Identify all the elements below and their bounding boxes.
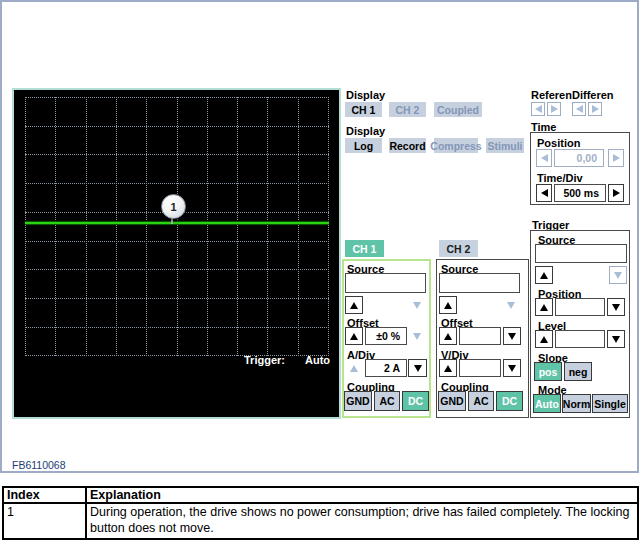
- reference-prev-button[interactable]: [531, 102, 545, 116]
- display-mode-group-label: Display: [346, 125, 385, 137]
- trigger-status-value: Auto: [305, 354, 330, 366]
- time-position-decrease-button[interactable]: [536, 149, 552, 167]
- ch1-coupling-gnd-button[interactable]: GND: [344, 391, 372, 411]
- ch2-source-up-button[interactable]: [439, 296, 457, 314]
- trigger-level-field[interactable]: [555, 330, 605, 348]
- ch2-scale-field[interactable]: [459, 359, 501, 377]
- trigger-position-up-button[interactable]: [535, 298, 553, 316]
- trigger-slope-pos-button[interactable]: pos: [534, 362, 562, 381]
- explanation-cell: During operation, the drive shows no pow…: [87, 504, 637, 538]
- trigger-source-input[interactable]: [535, 244, 627, 263]
- scope-grid: [25, 97, 329, 356]
- down-arrow-icon: [414, 365, 422, 372]
- trigger-position-field[interactable]: [555, 298, 605, 316]
- ch1-coupling-dc-button[interactable]: DC: [402, 391, 429, 411]
- ch2-coupling-dc-button[interactable]: DC: [496, 391, 523, 411]
- scope-display: 1 Trigger: Auto: [12, 88, 341, 419]
- ch1-scale-field[interactable]: 2 A: [365, 359, 407, 377]
- ch1-coupling-ac-button[interactable]: AC: [374, 391, 400, 411]
- ch1-offset-field[interactable]: ±0 %: [365, 327, 407, 345]
- time-div-field[interactable]: 500 ms: [554, 184, 606, 202]
- compress-button[interactable]: Compress: [434, 138, 478, 153]
- ch2-offset-field[interactable]: [459, 327, 501, 345]
- ch1-source-up-button[interactable]: [345, 296, 363, 314]
- log-button[interactable]: Log: [345, 138, 382, 153]
- ch2-offset-up-button[interactable]: [439, 327, 457, 345]
- tab-ch2[interactable]: CH 2: [439, 240, 478, 257]
- up-arrow-icon: [350, 333, 358, 340]
- right-arrow-icon: [592, 105, 599, 113]
- right-arrow-icon: [551, 105, 558, 113]
- ch1-source-down-button[interactable]: [408, 296, 426, 314]
- display-coupled-button[interactable]: Coupled: [434, 102, 482, 117]
- ch2-scale-down-button[interactable]: [503, 359, 521, 377]
- up-arrow-icon: [444, 302, 452, 309]
- ch2-coupling-gnd-button[interactable]: GND: [438, 391, 466, 411]
- up-arrow-icon: [350, 365, 358, 372]
- index-cell: 1: [4, 504, 87, 538]
- up-arrow-icon: [540, 304, 548, 311]
- ch2-coupling-ac-button[interactable]: AC: [468, 391, 494, 411]
- table-header-row: Index Explanation: [4, 488, 637, 504]
- trigger-slope-neg-button[interactable]: neg: [564, 362, 592, 381]
- ch2-source-input[interactable]: [439, 273, 520, 293]
- ch1-offset-down-button[interactable]: [408, 327, 426, 345]
- trigger-source-up-button[interactable]: [535, 266, 553, 284]
- stimuli-button[interactable]: Stimuli: [486, 138, 524, 153]
- trigger-position-down-button[interactable]: [607, 298, 625, 316]
- up-arrow-icon: [540, 272, 548, 279]
- difference-next-button[interactable]: [588, 102, 602, 116]
- callout-balloon: 1: [161, 194, 186, 219]
- down-arrow-icon: [612, 304, 620, 311]
- ch2-source-down-button[interactable]: [502, 296, 520, 314]
- down-arrow-icon: [413, 302, 421, 309]
- trigger-mode-single-button[interactable]: Single: [592, 394, 628, 413]
- down-arrow-icon: [508, 333, 516, 340]
- up-arrow-icon: [444, 333, 452, 340]
- up-arrow-icon: [350, 302, 358, 309]
- time-position-label: Position: [537, 137, 580, 149]
- ch1-offset-up-button[interactable]: [345, 327, 363, 345]
- ch1-source-input[interactable]: [345, 273, 426, 293]
- tab-ch1[interactable]: CH 1: [345, 240, 384, 257]
- trigger-level-down-button[interactable]: [607, 330, 625, 348]
- time-div-increase-button[interactable]: [608, 184, 624, 202]
- trigger-mode-auto-button[interactable]: Auto: [533, 394, 561, 413]
- ch1-scale-down-button[interactable]: [408, 359, 427, 377]
- software-panel-frame: 1 Trigger: Auto Display CH 1 CH 2 Couple…: [0, 0, 639, 473]
- left-arrow-icon: [541, 189, 548, 197]
- ch2-offset-down-button[interactable]: [503, 327, 521, 345]
- right-arrow-icon: [613, 189, 620, 197]
- down-arrow-icon: [508, 365, 516, 372]
- difference-group-label: Differen: [572, 89, 614, 101]
- callout-number: 1: [170, 201, 176, 213]
- left-arrow-icon: [535, 105, 542, 113]
- explanation-column-header: Explanation: [87, 488, 637, 502]
- trigger-status-label: Trigger:: [244, 354, 285, 366]
- time-div-decrease-button[interactable]: [536, 184, 552, 202]
- left-arrow-icon: [541, 154, 548, 162]
- display-ch2-button[interactable]: CH 2: [389, 102, 426, 117]
- figure-id-label: FB6110068: [12, 459, 66, 471]
- trigger-mode-norm-button[interactable]: Norm: [562, 394, 591, 413]
- table-row: 1 During operation, the drive shows no p…: [4, 504, 637, 538]
- time-position-increase-button[interactable]: [608, 149, 624, 167]
- down-arrow-icon: [614, 272, 622, 279]
- time-position-field[interactable]: 0,00: [554, 149, 604, 167]
- up-arrow-icon: [444, 365, 452, 372]
- time-div-label: Time/Div: [537, 172, 583, 184]
- ch1-scale-up-button[interactable]: [345, 359, 363, 377]
- display-ch1-button[interactable]: CH 1: [345, 102, 382, 117]
- down-arrow-icon: [507, 302, 515, 309]
- explanation-table: Index Explanation 1 During operation, th…: [2, 486, 639, 540]
- trace-line: [25, 222, 329, 224]
- up-arrow-icon: [540, 336, 548, 343]
- trigger-level-up-button[interactable]: [535, 330, 553, 348]
- difference-prev-button[interactable]: [572, 102, 586, 116]
- trigger-source-down-button[interactable]: [609, 266, 627, 284]
- record-button[interactable]: Record: [389, 138, 426, 153]
- left-arrow-icon: [576, 105, 583, 113]
- reference-next-button[interactable]: [547, 102, 561, 116]
- right-arrow-icon: [613, 154, 620, 162]
- ch2-scale-up-button[interactable]: [439, 359, 457, 377]
